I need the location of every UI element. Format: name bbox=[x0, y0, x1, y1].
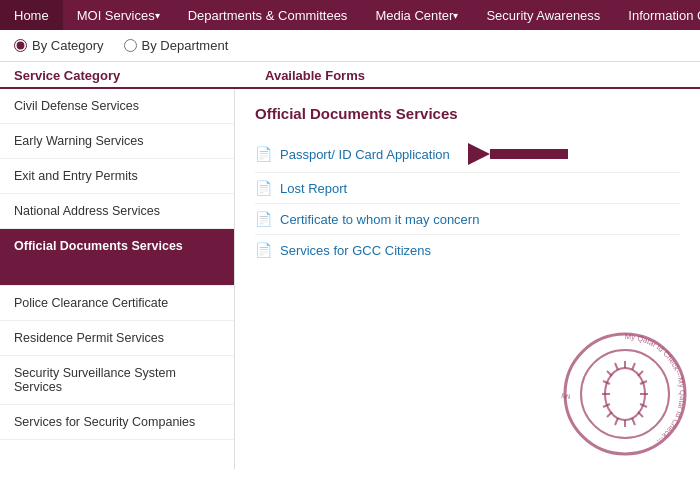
svg-marker-2 bbox=[468, 143, 490, 165]
stamp-svg: My Qatar Id Check---My Qatar Id Check---… bbox=[560, 329, 690, 459]
sidebar-item-residence-permit[interactable]: Residence Permit Services bbox=[0, 321, 234, 356]
nav-departments[interactable]: Departments & Committees bbox=[174, 0, 362, 30]
nav-media-center[interactable]: Media Center bbox=[361, 0, 472, 30]
by-category-radio[interactable] bbox=[14, 39, 27, 52]
nav-information-center[interactable]: Information Ce bbox=[614, 0, 700, 30]
form-item-gcc: 📄 Services for GCC Citizens bbox=[255, 235, 680, 265]
form-item-certificate: 📄 Certificate to whom it may concern bbox=[255, 204, 680, 235]
sidebar-item-police-clearance[interactable]: Police Clearance Certificate bbox=[0, 286, 234, 321]
certificate-link[interactable]: Certificate to whom it may concern bbox=[280, 212, 479, 227]
sidebar-item-early-warning[interactable]: Early Warning Services bbox=[0, 124, 234, 159]
nav-moi-services[interactable]: MOI Services bbox=[63, 0, 174, 30]
document-icon-lost: 📄 bbox=[255, 180, 272, 196]
sidebar-arrow-icon bbox=[20, 253, 110, 275]
panel-title: Official Documents Services bbox=[255, 105, 680, 122]
nav-security-awareness[interactable]: Security Awareness bbox=[472, 0, 614, 30]
sidebar-item-national-address[interactable]: National Address Services bbox=[0, 194, 234, 229]
document-icon-passport: 📄 bbox=[255, 146, 272, 162]
sidebar-item-security-surveillance[interactable]: Security Surveillance System Services bbox=[0, 356, 234, 405]
sidebar: Civil Defense Services Early Warning Ser… bbox=[0, 89, 235, 469]
gcc-link[interactable]: Services for GCC Citizens bbox=[280, 243, 431, 258]
by-category-option[interactable]: By Category bbox=[14, 38, 104, 53]
right-panel: Official Documents Services 📄 Passport/ … bbox=[235, 89, 700, 469]
nav-home[interactable]: Home bbox=[0, 0, 63, 30]
section-headers: Service Category Available Forms bbox=[0, 62, 700, 89]
form-list: 📄 Passport/ ID Card Application 📄 Lost R… bbox=[255, 136, 680, 265]
sidebar-item-official-documents-label: Official Documents Services bbox=[14, 239, 183, 253]
navbar: Home MOI Services Departments & Committe… bbox=[0, 0, 700, 30]
lost-report-link[interactable]: Lost Report bbox=[280, 181, 347, 196]
svg-line-21 bbox=[607, 371, 612, 376]
svg-text:My Qatar Id Check---My Qatar I: My Qatar Id Check---My Qatar Id Check--- bbox=[625, 332, 687, 446]
main-content: Service Category Available Forms Civil D… bbox=[0, 62, 700, 469]
by-department-option[interactable]: By Department bbox=[124, 38, 229, 53]
sidebar-item-exit-entry[interactable]: Exit and Entry Permits bbox=[0, 159, 234, 194]
sidebar-item-security-companies[interactable]: Services for Security Companies bbox=[0, 405, 234, 440]
svg-line-9 bbox=[638, 371, 643, 376]
service-category-header: Service Category bbox=[0, 68, 235, 83]
body-split: Civil Defense Services Early Warning Ser… bbox=[0, 89, 700, 469]
svg-line-20 bbox=[603, 381, 610, 384]
filter-bar: By Category By Department bbox=[0, 30, 700, 62]
form-item-lost-report: 📄 Lost Report bbox=[255, 173, 680, 204]
document-icon-gcc: 📄 bbox=[255, 242, 272, 258]
svg-line-12 bbox=[640, 404, 647, 407]
svg-line-17 bbox=[607, 412, 612, 417]
svg-line-18 bbox=[603, 404, 610, 407]
form-item-passport: 📄 Passport/ ID Card Application bbox=[255, 136, 680, 173]
svg-line-22 bbox=[615, 363, 618, 370]
sidebar-item-official-documents[interactable]: Official Documents Services bbox=[0, 229, 234, 286]
available-forms-header: Available Forms bbox=[235, 68, 700, 83]
document-icon-certificate: 📄 bbox=[255, 211, 272, 227]
svg-line-13 bbox=[638, 412, 643, 417]
svg-line-14 bbox=[632, 418, 635, 425]
by-department-radio[interactable] bbox=[124, 39, 137, 52]
stamp-watermark: My Qatar Id Check---My Qatar Id Check---… bbox=[560, 329, 690, 459]
passport-arrow-icon bbox=[468, 143, 568, 165]
svg-line-8 bbox=[632, 363, 635, 370]
sidebar-item-civil-defense[interactable]: Civil Defense Services bbox=[0, 89, 234, 124]
svg-line-16 bbox=[615, 418, 618, 425]
svg-rect-3 bbox=[490, 149, 568, 159]
svg-line-10 bbox=[640, 381, 647, 384]
passport-link[interactable]: Passport/ ID Card Application bbox=[280, 147, 450, 162]
svg-marker-0 bbox=[20, 253, 42, 275]
by-department-label: By Department bbox=[142, 38, 229, 53]
svg-rect-1 bbox=[42, 259, 110, 269]
by-category-label: By Category bbox=[32, 38, 104, 53]
